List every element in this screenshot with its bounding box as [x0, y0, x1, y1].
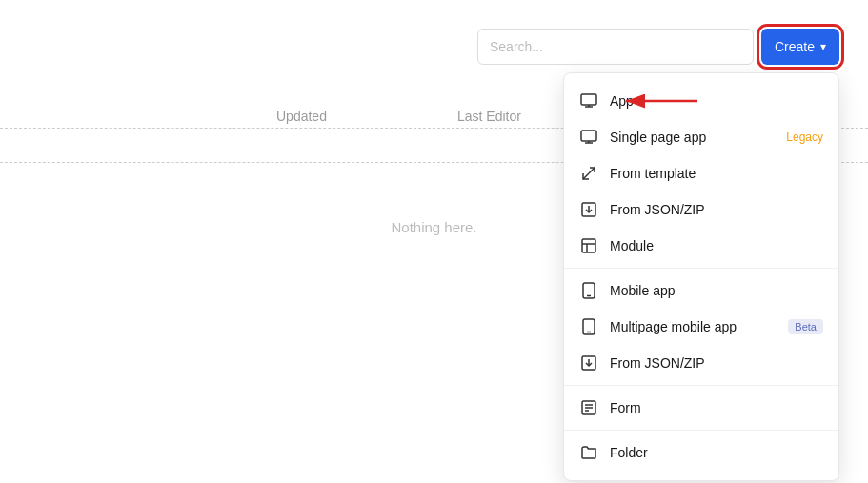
menu-item-form[interactable]: Form — [564, 390, 838, 426]
create-dropdown-menu: App — [563, 72, 839, 481]
folder-icon — [579, 443, 598, 462]
toolbar: Create ▾ App — [477, 29, 839, 65]
col-last-editor-header: Last Editor — [457, 109, 521, 124]
menu-item-mobile-app[interactable]: Mobile app — [564, 272, 838, 309]
download-box-icon — [579, 200, 598, 219]
menu-item-module[interactable]: Module — [564, 228, 838, 264]
menu-item-multipage-mobile-app-label: Multipage mobile app — [610, 319, 737, 334]
menu-section-folder: Folder — [564, 431, 838, 474]
svg-line-8 — [583, 173, 589, 179]
menu-section-mobile: Mobile app Multipage mobile app Beta — [564, 269, 838, 386]
menu-item-from-json-zip-1-label: From JSON/ZIP — [610, 202, 705, 217]
chevron-down-icon: ▾ — [820, 40, 826, 53]
search-input[interactable] — [477, 29, 754, 65]
mobile-icon — [579, 281, 598, 300]
legacy-badge: Legacy — [786, 131, 823, 144]
arrow-expand-icon — [579, 164, 598, 183]
menu-item-module-label: Module — [610, 238, 654, 253]
menu-section-web: App — [564, 79, 838, 269]
menu-item-folder-label: Folder — [610, 445, 648, 460]
arrow-annotation — [616, 88, 702, 114]
menu-item-from-json-zip-2[interactable]: From JSON/ZIP — [564, 345, 838, 381]
menu-item-from-json-zip-1[interactable]: From JSON/ZIP — [564, 191, 838, 228]
menu-item-single-page-app-label: Single page app — [610, 130, 706, 145]
menu-item-from-json-zip-2-label: From JSON/ZIP — [610, 355, 705, 371]
form-lines-icon — [579, 398, 598, 417]
svg-rect-5 — [581, 131, 596, 141]
menu-item-form-label: Form — [610, 400, 641, 415]
menu-item-single-page-app[interactable]: Single page app Legacy — [564, 119, 838, 155]
menu-item-from-template[interactable]: From template — [564, 155, 838, 191]
mobile-icon-2 — [579, 317, 598, 336]
menu-section-form: Form — [564, 386, 838, 431]
download-box-icon-2 — [579, 353, 598, 372]
menu-item-folder[interactable]: Folder — [564, 434, 838, 471]
menu-item-from-template-label: From template — [610, 166, 696, 181]
svg-rect-12 — [582, 239, 595, 252]
col-updated-header: Updated — [276, 109, 327, 124]
menu-item-multipage-mobile-app[interactable]: Multipage mobile app Beta — [564, 309, 838, 345]
create-button-label: Create — [775, 39, 815, 54]
monitor-icon — [579, 91, 598, 111]
monitor-icon-2 — [579, 128, 598, 147]
module-box-icon — [579, 236, 598, 255]
svg-rect-0 — [581, 94, 596, 105]
menu-item-app[interactable]: App — [564, 83, 838, 119]
create-button[interactable]: Create ▾ — [761, 29, 839, 65]
beta-badge: Beta — [788, 319, 823, 334]
svg-line-9 — [589, 168, 595, 173]
menu-item-mobile-app-label: Mobile app — [610, 283, 676, 298]
